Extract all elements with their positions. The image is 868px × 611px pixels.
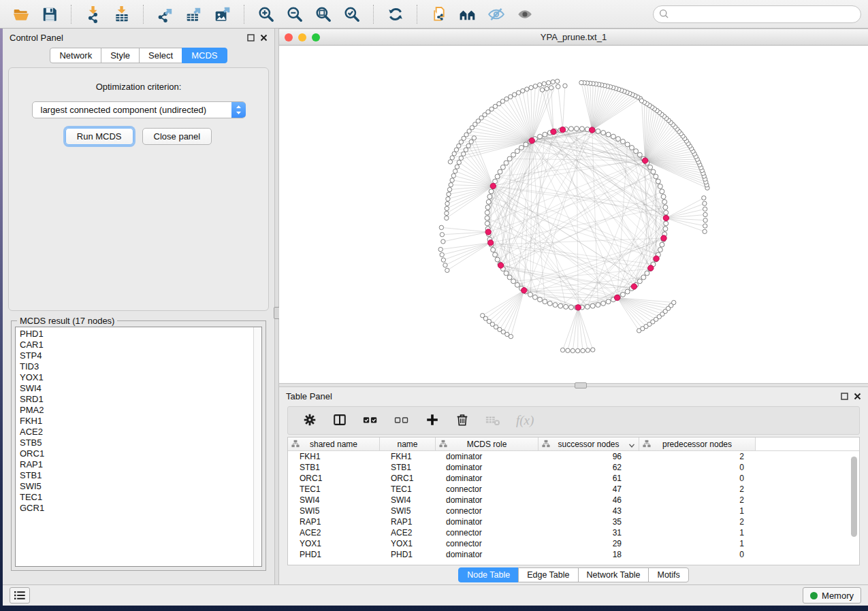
import-table-button[interactable] <box>110 4 134 24</box>
tab-style[interactable]: Style <box>101 48 140 63</box>
cell-predecessor-nodes: 2 <box>637 484 752 495</box>
vertical-splitter[interactable] <box>274 29 279 584</box>
mcds-result-item[interactable]: ACE2 <box>20 427 253 437</box>
table-row[interactable]: YOX1YOX1connector291 <box>288 538 859 549</box>
mcds-result-item[interactable]: STP4 <box>20 350 253 361</box>
close-window-icon[interactable] <box>285 33 293 42</box>
mcds-result-item[interactable]: RAP1 <box>20 459 253 470</box>
cell-successor-nodes: 31 <box>536 527 637 538</box>
close-panel-icon[interactable] <box>260 34 268 42</box>
mcds-result-item[interactable]: SWI5 <box>20 481 253 492</box>
mcds-list-scrollbar[interactable] <box>253 327 261 566</box>
table-row[interactable]: RAP1RAP1dominator352 <box>288 516 859 527</box>
mcds-result-item[interactable]: TEC1 <box>20 492 253 503</box>
close-table-panel-icon[interactable] <box>854 393 861 400</box>
column-header-shared-name[interactable]: shared name <box>288 437 380 450</box>
table-panel-title: Table Panel <box>286 391 332 401</box>
tab-mcds[interactable]: MCDS <box>182 48 227 63</box>
table-scrollbar[interactable] <box>851 452 858 555</box>
memory-button[interactable]: Memory <box>803 587 861 604</box>
zoom-in-button[interactable] <box>254 4 278 24</box>
column-header-name[interactable]: name <box>380 437 436 450</box>
mcds-result-item[interactable]: PHD1 <box>20 329 253 340</box>
mcds-result-item[interactable]: SRD1 <box>20 394 253 405</box>
mcds-result-item[interactable]: ORC1 <box>20 448 253 459</box>
cell-MCDS-role: connector <box>434 538 536 549</box>
table-row[interactable]: STB1STB1dominator620 <box>288 462 859 473</box>
list-icon <box>14 591 25 600</box>
mcds-result-item[interactable]: PMA2 <box>20 405 253 416</box>
criterion-dropdown[interactable]: largest connected component (undirected) <box>32 101 246 118</box>
tab-node-table[interactable]: Node Table <box>458 567 519 582</box>
zoom-fit-button[interactable] <box>311 4 336 24</box>
cell-name: SWI5 <box>379 506 434 516</box>
select-all-button[interactable] <box>359 411 381 431</box>
sort-desc-icon <box>628 441 635 450</box>
tab-network-table[interactable]: Network Table <box>578 567 649 582</box>
table-row[interactable]: PHD1PHD1dominator180 <box>288 549 859 560</box>
mcds-result-item[interactable]: STB5 <box>20 437 253 448</box>
hide-selected-button[interactable] <box>484 4 509 24</box>
tab-motifs[interactable]: Motifs <box>648 567 688 582</box>
delete-row-button[interactable] <box>452 411 472 431</box>
export-image-button[interactable] <box>210 4 235 24</box>
column-header-predecessor-nodes[interactable]: predecessor nodes <box>639 437 756 450</box>
mcds-result-group: MCDS result (17 nodes) PHD1CAR1STP4TID3Y… <box>11 320 266 571</box>
float-table-panel-icon[interactable] <box>841 393 848 400</box>
column-header-successor-nodes[interactable]: successor nodes <box>539 437 639 450</box>
import-network-button[interactable] <box>81 4 106 24</box>
cell-predecessor-nodes: 1 <box>637 538 752 549</box>
minimize-window-icon[interactable] <box>298 33 306 42</box>
cell-predecessor-nodes: 2 <box>637 516 752 527</box>
open-button[interactable] <box>9 4 33 24</box>
mcds-result-item[interactable]: TID3 <box>20 361 253 372</box>
mcds-result-item[interactable]: FKH1 <box>20 416 253 427</box>
export-table-icon <box>185 5 203 23</box>
split-view-button[interactable] <box>329 411 350 431</box>
zoom-out-button[interactable] <box>283 4 307 24</box>
column-header-MCDS-role[interactable]: MCDS role <box>436 437 539 450</box>
horizontal-splitter[interactable] <box>279 383 868 387</box>
tab-edge-table[interactable]: Edge Table <box>518 567 578 582</box>
settings-button[interactable] <box>300 411 320 431</box>
table-row[interactable]: ORC1ORC1dominator610 <box>288 473 859 484</box>
task-history-button[interactable] <box>10 587 30 604</box>
settings-icon <box>302 412 317 429</box>
mcds-result-items: PHD1CAR1STP4TID3YOX1SWI4SRD1PMA2FKH1ACE2… <box>16 327 253 566</box>
table-row[interactable]: SWI4SWI4dominator462 <box>288 495 859 506</box>
table-scrollbar-thumb[interactable] <box>851 457 857 537</box>
search-input[interactable] <box>673 8 855 20</box>
float-panel-icon[interactable] <box>247 34 255 42</box>
neighbors-button[interactable] <box>455 4 480 24</box>
mcds-result-item[interactable]: SWI4 <box>20 383 253 394</box>
save-button[interactable] <box>37 4 62 24</box>
mcds-result-item[interactable]: CAR1 <box>20 340 253 350</box>
show-all-button[interactable] <box>513 4 537 24</box>
table-row[interactable]: TEC1TEC1connector472 <box>288 484 859 495</box>
zoom-selected-button[interactable] <box>340 4 364 24</box>
clone-network-button[interactable] <box>427 4 451 24</box>
refresh-button[interactable] <box>383 4 408 24</box>
mcds-result-item[interactable]: GCR1 <box>20 503 253 514</box>
close-panel-button[interactable]: Close panel <box>142 128 212 145</box>
tab-select[interactable]: Select <box>139 48 182 63</box>
table-row[interactable]: FKH1FKH1dominator962 <box>288 451 859 462</box>
maximize-window-icon[interactable] <box>312 33 320 42</box>
deselect-all-button[interactable] <box>391 411 413 431</box>
horizontal-splitter-handle[interactable] <box>575 382 587 389</box>
table-row[interactable]: ACE2ACE2connector311 <box>288 527 859 538</box>
export-network-button[interactable] <box>153 4 178 24</box>
mcds-result-item[interactable]: STB1 <box>20 470 253 481</box>
node-table: shared namenameMCDS rolesuccessor nodesp… <box>287 437 860 565</box>
refresh-icon <box>387 5 404 23</box>
run-mcds-button[interactable]: Run MCDS <box>65 128 133 145</box>
export-network-icon <box>157 5 174 23</box>
export-table-button[interactable] <box>182 4 206 24</box>
add-row-button[interactable] <box>422 411 443 431</box>
network-canvas[interactable] <box>279 46 868 383</box>
mcds-result-item[interactable]: YOX1 <box>20 372 253 383</box>
table-row[interactable]: SWI5SWI5connector431 <box>288 506 859 516</box>
save-icon <box>41 5 59 23</box>
tab-network[interactable]: Network <box>50 48 101 63</box>
mcds-result-list: PHD1CAR1STP4TID3YOX1SWI4SRD1PMA2FKH1ACE2… <box>15 327 262 567</box>
